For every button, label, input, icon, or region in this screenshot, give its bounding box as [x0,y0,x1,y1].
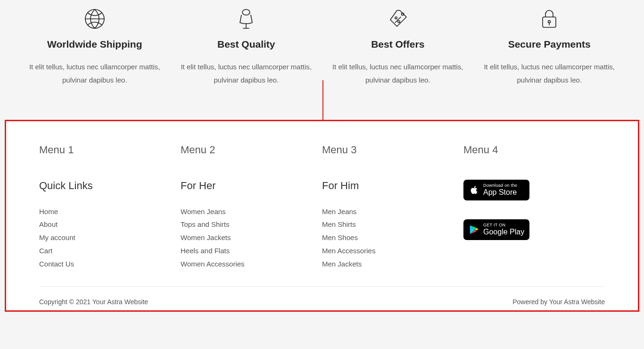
playstore-bottom: Google Play [483,228,524,236]
svg-point-2 [395,17,397,19]
footer-link[interactable]: Heels and Flats [181,244,313,258]
globe-icon [27,5,162,33]
powered-by-text: Powered by Your Astra Website [512,298,605,306]
footer-link[interactable]: Men Jackets [322,258,454,271]
feature-desc: It elit tellus, luctus nec ullamcorper m… [330,60,465,87]
tag-icon [330,5,465,33]
footer-link[interactable]: My account [39,231,171,244]
features-row: Worldwide Shipping It elit tellus, luctu… [0,0,644,120]
footer-link[interactable]: Home [39,205,171,218]
feature-title: Best Offers [330,39,465,50]
feature-desc: It elit tellus, luctus nec ullamcorper m… [27,60,162,87]
svg-rect-4 [543,17,556,27]
feature-title: Secure Payments [482,39,617,50]
footer-link[interactable]: Women Jackets [181,231,313,244]
footer-col-1: Menu 1 Quick Links Home About My account… [39,144,181,271]
footer-bottom-bar: Copyright © 2021 Your Astra Website Powe… [39,286,605,310]
feature-desc: It elit tellus, luctus nec ullamcorper m… [179,60,314,87]
col-heading-for-her: For Her [181,180,313,192]
col-heading-quick-links: Quick Links [39,180,171,192]
footer-link[interactable]: Tops and Shirts [181,218,313,231]
col-heading-for-him: For Him [322,180,454,192]
mannequin-icon [179,5,314,33]
footer-link[interactable]: Women Jeans [181,205,313,218]
menu-label-3: Menu 3 [322,144,454,156]
feature-offers: Best Offers It elit tellus, luctus nec u… [322,5,474,87]
lock-icon [482,5,617,33]
menu-label-1: Menu 1 [39,144,171,156]
copyright-text: Copyright © 2021 Your Astra Website [39,298,148,306]
google-play-icon [468,224,480,235]
feature-title: Worldwide Shipping [27,39,162,50]
appstore-bottom: App Store [483,189,517,196]
footer-columns: Menu 1 Quick Links Home About My account… [6,121,638,287]
svg-point-1 [401,13,404,16]
feature-shipping: Worldwide Shipping It elit tellus, luctu… [19,5,171,87]
footer-link[interactable]: Men Shirts [322,218,454,231]
footer-col-4: Menu 4 Download on the App Store [463,144,605,271]
appstore-top: Download on the [483,183,517,188]
footer-col-2: Menu 2 For Her Women Jeans Tops and Shir… [181,144,322,271]
appstore-badge[interactable]: Download on the App Store [463,180,529,200]
menu-label-2: Menu 2 [181,144,313,156]
footer-link[interactable]: Men Jeans [322,205,454,218]
footer-link[interactable]: Men Accessories [322,244,454,258]
feature-title: Best Quality [179,39,314,50]
feature-quality: Best Quality It elit tellus, luctus nec … [171,5,322,87]
menu-label-4: Menu 4 [463,144,595,156]
footer-link[interactable]: About [39,218,171,231]
feature-secure: Secure Payments It elit tellus, luctus n… [474,5,626,87]
footer-link[interactable]: Women Accessories [181,258,313,271]
footer-col-3: Menu 3 For Him Men Jeans Men Shirts Men … [322,144,463,271]
footer-link[interactable]: Cart [39,244,171,258]
footer-box: Menu 1 Quick Links Home About My account… [5,120,639,312]
playstore-badge[interactable]: GET IT ON Google Play [463,219,529,240]
svg-point-3 [398,21,400,23]
feature-desc: It elit tellus, luctus nec ullamcorper m… [482,60,617,87]
footer-link[interactable]: Men Shoes [322,231,454,244]
footer-link[interactable]: Contact Us [39,258,171,271]
playstore-top: GET IT ON [483,223,524,227]
apple-icon [468,185,480,195]
